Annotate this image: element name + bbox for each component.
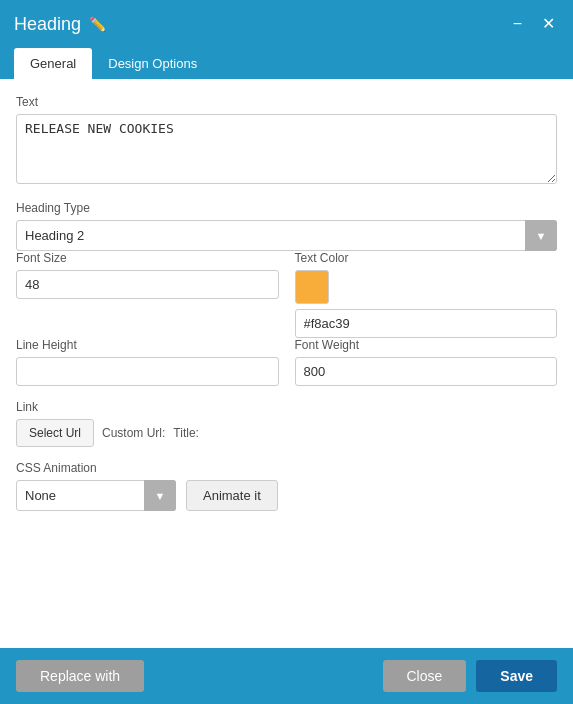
line-height-label: Line Height xyxy=(16,338,279,352)
tabs-bar: General Design Options xyxy=(0,48,573,79)
dialog-footer: Replace with Close Save xyxy=(0,648,573,704)
close-button[interactable]: Close xyxy=(383,660,467,692)
line-weight-row: Line Height Font Weight xyxy=(16,338,557,386)
title-text: Heading xyxy=(14,14,81,35)
font-weight-input[interactable] xyxy=(295,357,558,386)
edit-icon: ✏️ xyxy=(89,16,106,32)
css-animation-select-wrapper: None Bounce Flash Pulse RubberBand Shake… xyxy=(16,480,176,511)
tab-design-options[interactable]: Design Options xyxy=(92,48,213,79)
font-weight-col: Font Weight xyxy=(295,338,558,386)
line-height-input[interactable] xyxy=(16,357,279,386)
close-window-button[interactable]: ✕ xyxy=(538,14,559,34)
text-color-col: Text Color #f8ac39 xyxy=(295,251,558,338)
link-row: Select Url Custom Url: Title: xyxy=(16,419,557,447)
header-controls: − ✕ xyxy=(509,14,559,34)
color-hex-input[interactable]: #f8ac39 xyxy=(295,309,558,338)
font-color-row: Font Size Text Color #f8ac39 xyxy=(16,251,557,338)
font-size-col: Font Size xyxy=(16,251,279,338)
footer-right-buttons: Close Save xyxy=(383,660,558,692)
css-animation-select[interactable]: None Bounce Flash Pulse RubberBand Shake… xyxy=(16,480,176,511)
dialog-body: Text RELEASE NEW COOKIES Heading Type He… xyxy=(0,79,573,648)
line-height-col: Line Height xyxy=(16,338,279,386)
heading-type-select[interactable]: Heading 1 Heading 2 Heading 3 Heading 4 … xyxy=(16,220,557,251)
custom-url-label: Custom Url: xyxy=(102,426,165,440)
font-size-label: Font Size xyxy=(16,251,279,265)
save-button[interactable]: Save xyxy=(476,660,557,692)
font-weight-label: Font Weight xyxy=(295,338,558,352)
text-color-label: Text Color xyxy=(295,251,558,265)
dialog: Heading ✏️ − ✕ General Design Options Te… xyxy=(0,0,573,704)
text-field[interactable]: RELEASE NEW COOKIES xyxy=(16,114,557,184)
link-label: Link xyxy=(16,400,557,414)
font-size-input[interactable] xyxy=(16,270,279,299)
text-label: Text xyxy=(16,95,557,109)
heading-type-wrapper: Heading 1 Heading 2 Heading 3 Heading 4 … xyxy=(16,220,557,251)
animate-it-button[interactable]: Animate it xyxy=(186,480,278,511)
color-swatch[interactable] xyxy=(295,270,329,304)
heading-type-label: Heading Type xyxy=(16,201,557,215)
css-animation-row: None Bounce Flash Pulse RubberBand Shake… xyxy=(16,480,557,511)
select-url-button[interactable]: Select Url xyxy=(16,419,94,447)
css-animation-label: CSS Animation xyxy=(16,461,557,475)
minimize-button[interactable]: − xyxy=(509,14,526,34)
title-meta-label: Title: xyxy=(173,426,199,440)
tab-general[interactable]: General xyxy=(14,48,92,79)
dialog-title: Heading ✏️ xyxy=(14,14,106,35)
replace-with-button[interactable]: Replace with xyxy=(16,660,144,692)
dialog-header: Heading ✏️ − ✕ xyxy=(0,0,573,48)
